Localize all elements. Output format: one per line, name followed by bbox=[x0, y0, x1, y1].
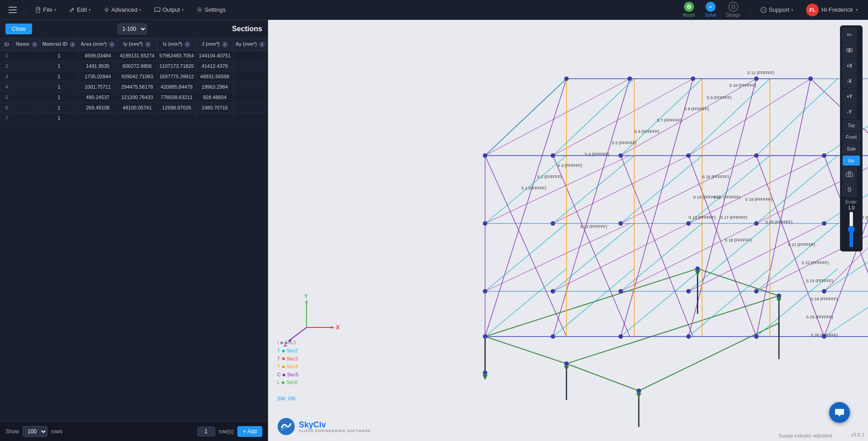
svg-point-126 bbox=[822, 221, 826, 226]
pencil-tool-button[interactable]: ✏ bbox=[842, 28, 857, 42]
minus-y-button[interactable]: -Y bbox=[842, 104, 857, 119]
cell-area: 4599.03484 bbox=[78, 50, 118, 61]
mode-solve-tab[interactable]: Solve bbox=[700, 1, 721, 19]
advanced-icon bbox=[104, 7, 109, 13]
svg-point-131 bbox=[686, 289, 691, 294]
show-select[interactable]: 100 bbox=[23, 426, 47, 437]
svg-point-143 bbox=[564, 361, 569, 366]
svg-text:S 20 (FFFFFF): S 20 (FFFFFF) bbox=[765, 220, 793, 224]
svg-text:S 1 (FFFFFF): S 1 (FFFFFF) bbox=[521, 186, 546, 190]
link-button[interactable] bbox=[842, 182, 857, 197]
minus-x-button[interactable]: -X bbox=[842, 74, 857, 88]
side-view-button[interactable]: Side bbox=[842, 143, 860, 154]
edit-label: Edit bbox=[77, 6, 87, 13]
plus-y-button[interactable]: +Y bbox=[842, 89, 857, 104]
viewport[interactable]: S 11 (FFFFFF) S 10 (FFFFFF) S 9 (FFFFFF)… bbox=[268, 20, 868, 441]
design-label: Design bbox=[726, 13, 740, 18]
edit-menu[interactable]: Edit ▾ bbox=[65, 5, 95, 15]
cell-iz: 778938.63211 bbox=[157, 92, 196, 102]
col-iz: Iz (mm⁴) i bbox=[157, 38, 196, 50]
settings-menu[interactable]: Settings bbox=[192, 5, 230, 15]
svg-point-115 bbox=[551, 153, 555, 158]
close-button[interactable]: Close bbox=[5, 24, 32, 34]
mode-design-tab[interactable]: Design bbox=[722, 1, 745, 19]
cell-area bbox=[78, 113, 118, 123]
plus-x-button[interactable]: +X bbox=[842, 58, 857, 73]
legend-color-6 bbox=[282, 381, 284, 384]
ay-info-icon[interactable]: i bbox=[259, 42, 265, 47]
eye-tool-button[interactable] bbox=[842, 43, 857, 57]
cell-id: 2 bbox=[0, 61, 14, 71]
svg-text:S 3 (FFFFFF): S 3 (FFFFFF) bbox=[557, 163, 582, 168]
solve-label: Solve bbox=[705, 13, 716, 18]
legend-label-5: Sec5 bbox=[287, 371, 298, 379]
j-info-icon[interactable]: i bbox=[222, 42, 228, 47]
name-info-icon[interactable]: i bbox=[32, 42, 38, 47]
page-input[interactable] bbox=[197, 427, 215, 436]
svg-text:S 23 (FFFFFF): S 23 (FFFFFF) bbox=[806, 279, 833, 283]
chat-bubble-button[interactable] bbox=[829, 402, 850, 423]
iz-info-icon[interactable]: i bbox=[184, 42, 190, 47]
cell-area: 490.24537 bbox=[78, 92, 118, 102]
svg-text:S 26 (FFFFFF): S 26 (FFFFFF) bbox=[811, 333, 838, 337]
advanced-menu[interactable]: Advanced ▾ bbox=[99, 5, 146, 15]
cell-id: 6 bbox=[0, 102, 14, 113]
svg-point-118 bbox=[754, 153, 759, 158]
top-view-button[interactable]: Top bbox=[842, 120, 860, 131]
cell-iz: 420885.84479 bbox=[157, 81, 196, 92]
hamburger-button[interactable] bbox=[5, 3, 20, 17]
edit-chevron: ▾ bbox=[89, 8, 91, 12]
cell-iy: 600272.8856 bbox=[118, 61, 157, 71]
svg-text:S 9 (FFFFFF): S 9 (FFFFFF) bbox=[707, 95, 731, 100]
svg-text:S 11 (FFFFFF): S 11 (FFFFFF) bbox=[747, 71, 774, 75]
svg-text:S 25 (FFFFFF): S 25 (FFFFFF) bbox=[806, 315, 833, 319]
svg-point-109 bbox=[564, 76, 569, 81]
svg-rect-0 bbox=[9, 7, 17, 8]
mode-model-tab[interactable]: Model bbox=[678, 1, 699, 19]
table-scroll[interactable]: ID Name i Material ID i Area (mm²) i Iy … bbox=[0, 38, 268, 421]
svg-point-16 bbox=[198, 8, 202, 12]
add-button[interactable]: + Add bbox=[237, 426, 262, 437]
material-info-icon[interactable]: i bbox=[70, 42, 75, 47]
user-menu[interactable]: FL Hi Frederick ▾ bbox=[802, 2, 863, 18]
legend-item-sec3: T Sec3 bbox=[277, 355, 298, 363]
iy-info-icon[interactable]: i bbox=[145, 42, 151, 47]
svg-point-7 bbox=[105, 9, 108, 11]
output-menu[interactable]: Output ▾ bbox=[150, 5, 189, 15]
svg-rect-12 bbox=[155, 8, 160, 11]
legend-item-sec4: T Sec4 bbox=[277, 363, 298, 371]
cell-ay bbox=[233, 102, 267, 113]
col-ay: Ay (mm²) i bbox=[233, 38, 267, 50]
right-toolbar: ✏ +X -X +Y -Y Top Front Side Iso Scale: … bbox=[840, 25, 863, 251]
svg-text:S 14 (FFFFFF): S 14 (FFFFFF) bbox=[693, 195, 720, 199]
legend: I Sec1 T Sec2 T Sec3 T Sec4 C bbox=[277, 339, 298, 387]
camera-button[interactable] bbox=[842, 167, 857, 181]
col-material: Material ID i bbox=[40, 38, 78, 50]
area-info-icon[interactable]: i bbox=[109, 42, 115, 47]
front-view-button[interactable]: Front bbox=[842, 132, 860, 142]
svg-point-138 bbox=[686, 334, 691, 339]
legend-label-3: Sec3 bbox=[287, 355, 298, 363]
panel-title: Sections bbox=[232, 25, 262, 33]
cell-name bbox=[14, 113, 40, 123]
cell-name bbox=[14, 92, 40, 102]
support-chevron: ▾ bbox=[791, 8, 793, 12]
file-menu[interactable]: File ▾ bbox=[31, 5, 61, 15]
cell-material: 1 bbox=[40, 92, 78, 102]
svg-point-122 bbox=[551, 221, 555, 226]
svg-text:S 22 (FFFFFF): S 22 (FFFFFF) bbox=[802, 261, 829, 265]
scale-slider[interactable] bbox=[847, 211, 856, 247]
cell-material: 1 bbox=[40, 61, 78, 71]
svg-point-145 bbox=[695, 266, 700, 271]
iso-view-button[interactable]: Iso bbox=[842, 155, 860, 166]
cell-iz: 57962483.7054 bbox=[157, 50, 196, 61]
col-iy: Iy (mm⁴) i bbox=[118, 38, 157, 50]
file-label: File bbox=[43, 6, 52, 13]
cell-iy bbox=[118, 113, 157, 123]
pagination-select[interactable]: 1-100 bbox=[118, 24, 147, 34]
support-menu[interactable]: ? Support ▾ bbox=[756, 5, 798, 15]
cell-iy: 121200.76433 bbox=[118, 92, 157, 102]
left-panel: Close 1-100 Sections ID Name i Material … bbox=[0, 20, 268, 441]
edit-icon bbox=[69, 7, 75, 13]
output-icon bbox=[154, 7, 160, 12]
